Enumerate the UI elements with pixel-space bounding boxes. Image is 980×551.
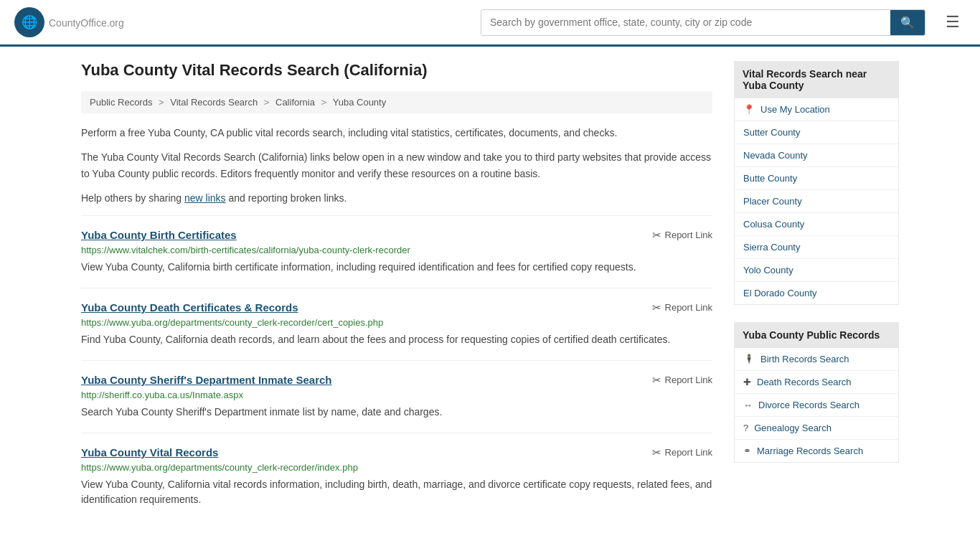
result-title-2[interactable]: Yuba County Sheriff's Department Inmate … xyxy=(81,374,331,386)
description-2: The Yuba County Vital Records Search (Ca… xyxy=(81,149,712,182)
report-icon-1: ✂ xyxy=(652,301,661,314)
search-input[interactable] xyxy=(481,10,890,35)
result-url-2: http://sheriff.co.yuba.ca.us/Inmate.aspx xyxy=(81,390,712,400)
search-button[interactable]: 🔍 xyxy=(890,10,925,35)
result-desc-1: Find Yuba County, California death recor… xyxy=(81,332,712,347)
main-container: Yuba County Vital Records Search (Califo… xyxy=(67,47,913,534)
public-record-link-2[interactable]: ↔ Divorce Records Search xyxy=(735,394,898,416)
use-location-item[interactable]: 📍 Use My Location xyxy=(735,98,898,121)
nearby-list: 📍 Use My Location Sutter County Nevada C… xyxy=(734,98,899,305)
report-link-1[interactable]: ✂ Report Link xyxy=(652,301,712,314)
nearby-county-2[interactable]: Butte County xyxy=(735,167,898,190)
pin-icon: 📍 xyxy=(743,104,755,115)
result-title-0[interactable]: Yuba County Birth Certificates xyxy=(81,229,237,241)
public-record-4[interactable]: ⚭ Marriage Records Search xyxy=(735,440,898,462)
menu-icon[interactable]: ☰ xyxy=(940,10,966,34)
report-link-0[interactable]: ✂ Report Link xyxy=(652,229,712,242)
result-item-2: Yuba County Sheriff's Department Inmate … xyxy=(81,360,712,433)
county-link-2[interactable]: Butte County xyxy=(735,167,898,189)
description-3: Help others by sharing new links and rep… xyxy=(81,190,712,206)
nearby-county-5[interactable]: Sierra County xyxy=(735,236,898,259)
public-record-link-1[interactable]: ✚ Death Records Search xyxy=(735,371,898,393)
logo-suffix: .org xyxy=(107,17,124,29)
public-records-section: Yuba County Public Records 🕴 Birth Recor… xyxy=(734,322,899,463)
nearby-county-6[interactable]: Yolo County xyxy=(735,259,898,282)
nearby-county-3[interactable]: Placer County xyxy=(735,190,898,213)
report-link-3[interactable]: ✂ Report Link xyxy=(652,446,712,459)
result-desc-0: View Yuba County, California birth certi… xyxy=(81,260,712,275)
result-title-1[interactable]: Yuba County Death Certificates & Records xyxy=(81,301,298,314)
logo-text: CountyOffice.org xyxy=(49,15,124,30)
public-records-list: 🕴 Birth Records Search ✚ Death Records S… xyxy=(734,348,899,463)
public-record-link-0[interactable]: 🕴 Birth Records Search xyxy=(735,348,898,370)
nearby-county-4[interactable]: Colusa County xyxy=(735,213,898,236)
result-item-1: Yuba County Death Certificates & Records… xyxy=(81,288,712,360)
divorce-icon: ↔ xyxy=(743,400,753,410)
nearby-section: Vital Records Search near Yuba County 📍 … xyxy=(734,61,899,305)
report-icon-0: ✂ xyxy=(652,229,661,242)
result-title-3[interactable]: Yuba County Vital Records xyxy=(81,446,218,458)
breadcrumb: Public Records > Vital Records Search > … xyxy=(81,91,712,113)
search-bar: 🔍 xyxy=(481,9,925,36)
county-link-6[interactable]: Yolo County xyxy=(735,259,898,281)
report-link-2[interactable]: ✂ Report Link xyxy=(652,374,712,387)
nearby-county-1[interactable]: Nevada County xyxy=(735,144,898,167)
nearby-county-0[interactable]: Sutter County xyxy=(735,121,898,144)
results-list: Yuba County Birth Certificates ✂ Report … xyxy=(81,215,712,520)
death-icon: ✚ xyxy=(743,377,751,387)
header: 🌐 CountyOffice.org 🔍 ☰ xyxy=(0,0,980,47)
birth-icon: 🕴 xyxy=(743,354,755,364)
result-desc-2: Search Yuba County Sheriff's Department … xyxy=(81,405,712,420)
breadcrumb-california[interactable]: California xyxy=(275,97,315,108)
public-record-3[interactable]: ? Genealogy Search xyxy=(735,417,898,440)
breadcrumb-vital-records[interactable]: Vital Records Search xyxy=(170,97,258,108)
public-record-link-4[interactable]: ⚭ Marriage Records Search xyxy=(735,440,898,462)
public-record-1[interactable]: ✚ Death Records Search xyxy=(735,371,898,394)
breadcrumb-yuba-county[interactable]: Yuba County xyxy=(333,97,386,108)
county-link-3[interactable]: Placer County xyxy=(735,190,898,212)
county-link-5[interactable]: Sierra County xyxy=(735,236,898,258)
description-1: Perform a free Yuba County, CA public vi… xyxy=(81,125,712,141)
nearby-heading: Vital Records Search near Yuba County xyxy=(734,61,899,98)
nearby-county-7[interactable]: El Dorado County xyxy=(735,282,898,304)
public-record-2[interactable]: ↔ Divorce Records Search xyxy=(735,394,898,417)
genealogy-icon: ? xyxy=(743,423,748,433)
use-location-link[interactable]: 📍 Use My Location xyxy=(735,98,898,121)
marriage-icon: ⚭ xyxy=(743,446,751,456)
new-links-link[interactable]: new links xyxy=(184,192,226,204)
report-icon-3: ✂ xyxy=(652,446,661,459)
result-item-3: Yuba County Vital Records ✂ Report Link … xyxy=(81,433,712,520)
county-link-7[interactable]: El Dorado County xyxy=(735,282,898,304)
sidebar: Vital Records Search near Yuba County 📍 … xyxy=(734,61,899,520)
county-link-1[interactable]: Nevada County xyxy=(735,144,898,166)
county-link-4[interactable]: Colusa County xyxy=(735,213,898,235)
logo-icon: 🌐 xyxy=(14,7,44,37)
result-url-1: https://www.yuba.org/departments/county_… xyxy=(81,317,712,328)
result-url-0: https://www.vitalchek.com/birth-certific… xyxy=(81,245,712,255)
report-icon-2: ✂ xyxy=(652,374,661,387)
logo[interactable]: 🌐 CountyOffice.org xyxy=(14,7,124,37)
result-item-0: Yuba County Birth Certificates ✂ Report … xyxy=(81,215,712,288)
page-title: Yuba County Vital Records Search (Califo… xyxy=(81,61,712,80)
breadcrumb-public-records[interactable]: Public Records xyxy=(90,97,152,108)
public-record-link-3[interactable]: ? Genealogy Search xyxy=(735,417,898,439)
public-records-heading: Yuba County Public Records xyxy=(734,322,899,348)
content-area: Yuba County Vital Records Search (Califo… xyxy=(81,61,712,520)
public-record-0[interactable]: 🕴 Birth Records Search xyxy=(735,348,898,371)
result-url-3: https://www.yuba.org/departments/county_… xyxy=(81,462,712,473)
county-link-0[interactable]: Sutter County xyxy=(735,121,898,143)
result-desc-3: View Yuba County, California vital recor… xyxy=(81,477,712,507)
